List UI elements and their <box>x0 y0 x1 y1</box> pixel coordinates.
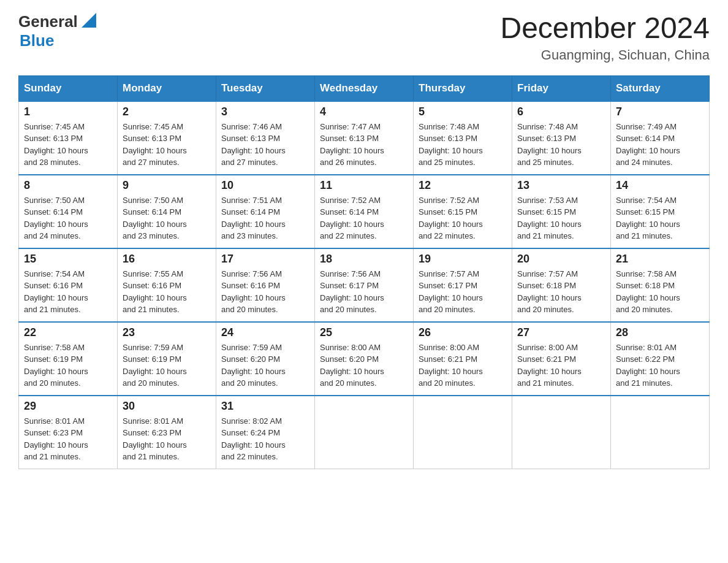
day-info: Sunrise: 8:01 AM Sunset: 6:23 PM Dayligh… <box>24 415 112 463</box>
calendar-cell: 12Sunrise: 7:52 AM Sunset: 6:15 PM Dayli… <box>414 175 512 248</box>
day-number: 26 <box>419 326 507 339</box>
header-row: SundayMondayTuesdayWednesdayThursdayFrid… <box>19 75 710 101</box>
day-info: Sunrise: 7:47 AM Sunset: 6:13 PM Dayligh… <box>320 121 408 169</box>
day-info: Sunrise: 7:51 AM Sunset: 6:14 PM Dayligh… <box>221 194 309 242</box>
week-row-1: 8Sunrise: 7:50 AM Sunset: 6:14 PM Daylig… <box>19 175 710 248</box>
day-number: 31 <box>221 400 309 413</box>
day-number: 16 <box>123 253 211 266</box>
day-info: Sunrise: 7:48 AM Sunset: 6:13 PM Dayligh… <box>517 121 605 169</box>
week-row-2: 15Sunrise: 7:54 AM Sunset: 6:16 PM Dayli… <box>19 248 710 322</box>
day-info: Sunrise: 7:50 AM Sunset: 6:14 PM Dayligh… <box>123 194 211 242</box>
title-area: December 2024 Guangming, Sichuan, China <box>500 12 710 63</box>
header-cell-friday: Friday <box>512 75 611 101</box>
day-number: 10 <box>221 179 309 192</box>
day-info: Sunrise: 7:57 AM Sunset: 6:17 PM Dayligh… <box>419 268 507 316</box>
day-info: Sunrise: 7:45 AM Sunset: 6:13 PM Dayligh… <box>24 121 112 169</box>
calendar-cell: 31Sunrise: 8:02 AM Sunset: 6:24 PM Dayli… <box>216 396 315 469</box>
calendar-cell: 20Sunrise: 7:57 AM Sunset: 6:18 PM Dayli… <box>512 248 611 322</box>
day-info: Sunrise: 7:46 AM Sunset: 6:13 PM Dayligh… <box>221 121 309 169</box>
day-number: 8 <box>24 179 112 192</box>
calendar-cell: 13Sunrise: 7:53 AM Sunset: 6:15 PM Dayli… <box>512 175 611 248</box>
day-number: 29 <box>24 400 112 413</box>
day-number: 11 <box>320 179 408 192</box>
day-info: Sunrise: 7:56 AM Sunset: 6:17 PM Dayligh… <box>320 268 408 316</box>
calendar-cell: 7Sunrise: 7:49 AM Sunset: 6:14 PM Daylig… <box>611 101 710 175</box>
day-number: 3 <box>221 105 309 118</box>
calendar-cell: 9Sunrise: 7:50 AM Sunset: 6:14 PM Daylig… <box>118 175 216 248</box>
day-number: 20 <box>517 253 605 266</box>
page-title: December 2024 <box>500 12 710 45</box>
header-cell-thursday: Thursday <box>414 75 512 101</box>
day-number: 12 <box>419 179 507 192</box>
day-number: 13 <box>517 179 605 192</box>
day-number: 21 <box>616 253 704 266</box>
day-info: Sunrise: 8:00 AM Sunset: 6:21 PM Dayligh… <box>419 342 507 389</box>
day-info: Sunrise: 8:00 AM Sunset: 6:20 PM Dayligh… <box>320 342 408 389</box>
day-info: Sunrise: 7:58 AM Sunset: 6:19 PM Dayligh… <box>24 342 112 389</box>
day-info: Sunrise: 7:50 AM Sunset: 6:14 PM Dayligh… <box>24 194 112 242</box>
logo-triangle-icon <box>79 13 96 30</box>
day-number: 9 <box>123 179 211 192</box>
day-number: 5 <box>419 105 507 118</box>
calendar-cell: 26Sunrise: 8:00 AM Sunset: 6:21 PM Dayli… <box>414 322 512 396</box>
calendar-cell: 10Sunrise: 7:51 AM Sunset: 6:14 PM Dayli… <box>216 175 315 248</box>
page-subtitle: Guangming, Sichuan, China <box>500 47 710 63</box>
calendar-cell: 3Sunrise: 7:46 AM Sunset: 6:13 PM Daylig… <box>216 101 315 175</box>
calendar-cell: 4Sunrise: 7:47 AM Sunset: 6:13 PM Daylig… <box>315 101 414 175</box>
calendar-cell: 17Sunrise: 7:56 AM Sunset: 6:16 PM Dayli… <box>216 248 315 322</box>
calendar-cell: 21Sunrise: 7:58 AM Sunset: 6:18 PM Dayli… <box>611 248 710 322</box>
calendar-cell <box>512 396 611 469</box>
calendar-cell <box>315 396 414 469</box>
logo-blue-text: Blue <box>20 31 54 50</box>
day-info: Sunrise: 7:57 AM Sunset: 6:18 PM Dayligh… <box>517 268 605 316</box>
calendar-cell: 2Sunrise: 7:45 AM Sunset: 6:13 PM Daylig… <box>118 101 216 175</box>
day-number: 19 <box>419 253 507 266</box>
calendar-cell: 8Sunrise: 7:50 AM Sunset: 6:14 PM Daylig… <box>19 175 118 248</box>
calendar-table: SundayMondayTuesdayWednesdayThursdayFrid… <box>18 75 710 470</box>
day-number: 15 <box>24 253 112 266</box>
day-info: Sunrise: 7:49 AM Sunset: 6:14 PM Dayligh… <box>616 121 704 169</box>
calendar-cell: 1Sunrise: 7:45 AM Sunset: 6:13 PM Daylig… <box>19 101 118 175</box>
day-info: Sunrise: 8:00 AM Sunset: 6:21 PM Dayligh… <box>517 342 605 389</box>
calendar-cell: 30Sunrise: 8:01 AM Sunset: 6:23 PM Dayli… <box>118 396 216 469</box>
calendar-cell: 6Sunrise: 7:48 AM Sunset: 6:13 PM Daylig… <box>512 101 611 175</box>
calendar-cell: 11Sunrise: 7:52 AM Sunset: 6:14 PM Dayli… <box>315 175 414 248</box>
calendar-cell: 23Sunrise: 7:59 AM Sunset: 6:19 PM Dayli… <box>118 322 216 396</box>
day-info: Sunrise: 7:59 AM Sunset: 6:19 PM Dayligh… <box>123 342 211 389</box>
day-info: Sunrise: 7:55 AM Sunset: 6:16 PM Dayligh… <box>123 268 211 316</box>
week-row-0: 1Sunrise: 7:45 AM Sunset: 6:13 PM Daylig… <box>19 101 710 175</box>
calendar-cell <box>414 396 512 469</box>
day-info: Sunrise: 7:54 AM Sunset: 6:16 PM Dayligh… <box>24 268 112 316</box>
header-cell-wednesday: Wednesday <box>315 75 414 101</box>
calendar-cell: 19Sunrise: 7:57 AM Sunset: 6:17 PM Dayli… <box>414 248 512 322</box>
calendar-cell: 27Sunrise: 8:00 AM Sunset: 6:21 PM Dayli… <box>512 322 611 396</box>
week-row-4: 29Sunrise: 8:01 AM Sunset: 6:23 PM Dayli… <box>19 396 710 469</box>
day-number: 27 <box>517 326 605 339</box>
day-number: 6 <box>517 105 605 118</box>
calendar-cell <box>611 396 710 469</box>
header-cell-tuesday: Tuesday <box>216 75 315 101</box>
calendar-cell: 28Sunrise: 8:01 AM Sunset: 6:22 PM Dayli… <box>611 322 710 396</box>
day-number: 1 <box>24 105 112 118</box>
day-number: 17 <box>221 253 309 266</box>
day-number: 14 <box>616 179 704 192</box>
day-info: Sunrise: 7:56 AM Sunset: 6:16 PM Dayligh… <box>221 268 309 316</box>
day-number: 7 <box>616 105 704 118</box>
day-info: Sunrise: 7:58 AM Sunset: 6:18 PM Dayligh… <box>616 268 704 316</box>
day-number: 2 <box>123 105 211 118</box>
header-cell-monday: Monday <box>118 75 216 101</box>
day-number: 25 <box>320 326 408 339</box>
day-number: 18 <box>320 253 408 266</box>
logo: General Blue <box>18 12 96 50</box>
calendar-cell: 29Sunrise: 8:01 AM Sunset: 6:23 PM Dayli… <box>19 396 118 469</box>
day-info: Sunrise: 7:52 AM Sunset: 6:15 PM Dayligh… <box>419 194 507 242</box>
day-info: Sunrise: 7:53 AM Sunset: 6:15 PM Dayligh… <box>517 194 605 242</box>
calendar-cell: 22Sunrise: 7:58 AM Sunset: 6:19 PM Dayli… <box>19 322 118 396</box>
day-info: Sunrise: 8:01 AM Sunset: 6:22 PM Dayligh… <box>616 342 704 389</box>
calendar-cell: 18Sunrise: 7:56 AM Sunset: 6:17 PM Dayli… <box>315 248 414 322</box>
calendar-cell: 5Sunrise: 7:48 AM Sunset: 6:13 PM Daylig… <box>414 101 512 175</box>
logo-general-text: General <box>18 12 78 31</box>
week-row-3: 22Sunrise: 7:58 AM Sunset: 6:19 PM Dayli… <box>19 322 710 396</box>
day-number: 22 <box>24 326 112 339</box>
calendar-cell: 15Sunrise: 7:54 AM Sunset: 6:16 PM Dayli… <box>19 248 118 322</box>
